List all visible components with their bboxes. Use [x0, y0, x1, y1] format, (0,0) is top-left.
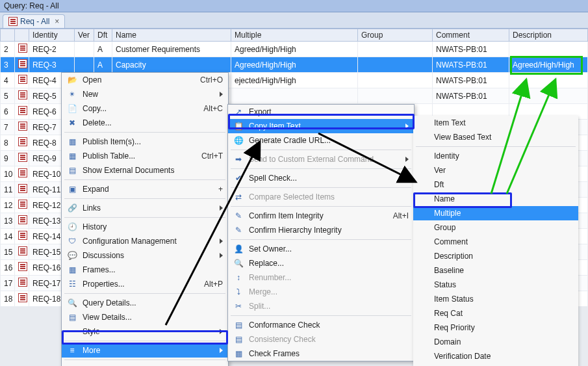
pubitem-icon: ▦ — [66, 137, 79, 146]
menu-label: Compare Selected Items — [249, 192, 409, 202]
col-Comment[interactable]: Comment — [433, 29, 509, 42]
menu-copyitem[interactable]: 📋Copy Item Text — [228, 119, 414, 133]
close-icon[interactable]: × — [55, 17, 59, 26]
links-icon: 🔗 — [66, 203, 79, 213]
menu-label: Item Text — [434, 118, 573, 127]
menu-chi[interactable]: ✎Confirm Hierarchy Integrity — [228, 223, 414, 237]
chevron-right-icon — [220, 239, 223, 244]
menu-showext[interactable]: ▤Show External Documents — [62, 163, 228, 177]
col-Ver[interactable]: Ver — [75, 29, 94, 42]
col-Description[interactable]: Description — [509, 29, 588, 42]
col-1[interactable] — [15, 29, 29, 42]
menu-label: Configuration Management — [83, 237, 216, 246]
menu-new[interactable]: ✴New — [62, 87, 228, 101]
menu-copy[interactable]: 📄Copy...Alt+C — [62, 101, 228, 116]
menu-pubtable[interactable]: ▦Publish Table...Ctrl+T — [62, 149, 228, 163]
props-icon: ☷ — [66, 280, 79, 289]
menu-links[interactable]: 🔗Links — [62, 201, 228, 215]
open-icon: 📂 — [66, 75, 79, 85]
chevron-right-icon — [220, 329, 223, 334]
menu-group3[interactable]: Group — [413, 220, 578, 235]
menu-export[interactable]: ↗Export — [228, 105, 414, 119]
menu-replace[interactable]: 🔍Replace... — [228, 256, 414, 270]
menu-vd[interactable]: ▤View Details... — [62, 310, 228, 324]
menu-label: More — [83, 346, 216, 355]
menu-label: Show External Documents — [83, 166, 223, 175]
copyitem-icon: 📋 — [232, 122, 245, 131]
menu-label: Req Priority — [434, 323, 573, 332]
menu-reqprio[interactable]: Req Priority — [413, 320, 578, 335]
cii-icon: ✎ — [232, 211, 245, 220]
chevron-right-icon — [220, 348, 223, 353]
menu-qd[interactable]: 🔍Query Details... — [62, 296, 228, 310]
menu-style[interactable]: Style — [62, 324, 228, 339]
menu-expand[interactable]: ▣Expand+ — [62, 182, 228, 196]
menu-spell[interactable]: ✔Spell Check... — [228, 171, 414, 185]
menu-comment3[interactable]: Comment — [413, 235, 578, 249]
menu-multiple3[interactable]: Multiple — [413, 206, 578, 220]
menu-itemstatus3[interactable]: Item Status — [413, 292, 578, 306]
menu-label: Send to Custom External Command — [249, 155, 402, 164]
menu-label: Conformance Check — [249, 320, 409, 330]
menu-disc[interactable]: 💬Discussions — [62, 248, 228, 263]
menu-more[interactable]: ≡More — [62, 343, 228, 358]
menu-accept[interactable]: ACCEPTANCE — [413, 363, 578, 366]
col-Dft[interactable]: Dft — [94, 29, 112, 42]
menu-setowner[interactable]: 👤Set Owner... — [228, 242, 414, 256]
menu-split: ✂Split... — [228, 299, 414, 313]
menu-label: Open — [83, 75, 188, 85]
menu-dft3[interactable]: Dft — [413, 177, 578, 192]
expand-icon: ▣ — [66, 185, 79, 194]
menu-label: Req Cat — [434, 309, 573, 318]
menu-props[interactable]: ☷Properties...Alt+P — [62, 277, 228, 291]
menu-label: Replace... — [249, 259, 409, 268]
col-Name[interactable]: Name — [112, 29, 231, 42]
copy-item-text-submenu[interactable]: Item TextView Based TextIdentityVerDftNa… — [413, 116, 578, 366]
menu-frames2[interactable]: ▦Check Frames — [228, 346, 414, 361]
menu-description3[interactable]: Description — [413, 249, 578, 263]
menu-delete[interactable]: ✖Delete... — [62, 116, 228, 130]
more-submenu[interactable]: ↗Export📋Copy Item Text🌐Generate Cradle U… — [227, 104, 415, 361]
col-Identity[interactable]: Identity — [29, 29, 75, 42]
col-Multiple[interactable]: Multiple — [231, 29, 358, 42]
tab-req-all[interactable]: Req - All × — [3, 14, 65, 28]
col-Group[interactable]: Group — [358, 29, 433, 42]
table-row[interactable]: 2REQ-2ACustomer RequirementsAgreed/High/… — [1, 42, 588, 57]
menu-close[interactable]: ✕Close TabCtrl+W — [62, 362, 228, 366]
renumber-icon: ↕ — [232, 273, 245, 282]
cons-icon: ▤ — [232, 335, 245, 344]
menu-cii[interactable]: ✎Confirm Item IntegrityAlt+I — [228, 209, 414, 223]
menu-domain3[interactable]: Domain — [413, 335, 578, 349]
menu-merge: ⤵Merge... — [228, 285, 414, 299]
menu-reqcat[interactable]: Req Cat — [413, 306, 578, 320]
menu-label: Links — [83, 203, 216, 213]
menu-genurl[interactable]: 🌐Generate Cradle URL... — [228, 133, 414, 148]
menu-open[interactable]: 📂OpenCtrl+O — [62, 73, 228, 87]
sendext-icon: ➡ — [232, 155, 245, 164]
menu-status3[interactable]: Status — [413, 278, 578, 292]
menu-identity[interactable]: Identity — [413, 149, 578, 163]
chevron-right-icon — [220, 253, 223, 258]
menu-vdate[interactable]: Verification Date — [413, 349, 578, 363]
menu-pubitem[interactable]: ▦Publish Item(s)... — [62, 135, 228, 149]
menu-compare: ⇄Compare Selected Items — [228, 190, 414, 204]
menu-frames[interactable]: ▦Frames... — [62, 263, 228, 277]
menu-cfgmgmt[interactable]: 🛡Configuration Management — [62, 234, 228, 248]
menu-name3[interactable]: Name — [413, 192, 578, 206]
menu-history[interactable]: 🕘History — [62, 220, 228, 234]
menu-itemtext[interactable]: Item Text — [413, 116, 578, 130]
menu-baseline3[interactable]: Baseline — [413, 263, 578, 278]
menu-label: Comment — [434, 237, 573, 246]
context-menu[interactable]: 📂OpenCtrl+O✴New📄Copy...Alt+C✖Delete...▦P… — [61, 72, 229, 366]
table-row[interactable]: 3REQ-3ACapacityAgreed/High/HighNWATS-PB:… — [1, 57, 588, 73]
col-0[interactable] — [1, 29, 15, 42]
chevron-right-icon — [405, 157, 409, 162]
menu-viewbased[interactable]: View Based Text — [413, 130, 578, 144]
cfgmgmt-icon: 🛡 — [66, 237, 79, 246]
menu-conf[interactable]: ▤Conformance Check — [228, 318, 414, 332]
qd-icon: 🔍 — [66, 298, 79, 307]
menu-ver3[interactable]: Ver — [413, 163, 578, 177]
menu-label: Name — [434, 194, 573, 203]
menu-label: Query Details... — [83, 298, 223, 307]
menu-label: Dft — [434, 180, 573, 189]
